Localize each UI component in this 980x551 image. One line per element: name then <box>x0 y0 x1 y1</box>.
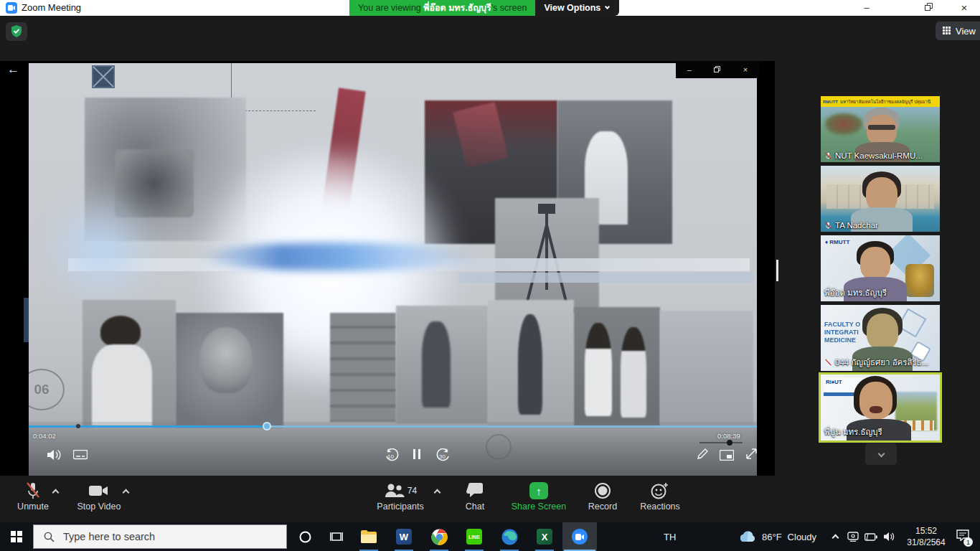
search-placeholder: Type here to search <box>63 531 155 542</box>
elapsed-time: 0:04:02 <box>33 432 56 440</box>
cortana-icon <box>299 531 311 543</box>
participant-name-label: TA Nadchar <box>821 220 882 230</box>
cloud-icon <box>739 531 756 542</box>
gold-emblem <box>905 264 934 297</box>
clock-time: 15:52 <box>903 525 950 537</box>
start-button[interactable] <box>0 522 33 551</box>
taskbar-clock[interactable]: 15:52 31/8/2564 <box>903 525 950 548</box>
language-indicator[interactable]: TH <box>664 522 676 551</box>
participants-icon: 74 <box>384 480 417 501</box>
participant-tile[interactable]: TA Nadchar <box>821 166 940 232</box>
zoom-icon <box>572 529 588 545</box>
chat-label: Chat <box>466 501 484 512</box>
chevron-down-icon <box>877 450 885 457</box>
tray-connect-button[interactable] <box>844 522 862 551</box>
record-icon <box>594 480 611 501</box>
action-center-button[interactable]: 1 <box>948 522 977 551</box>
close-button[interactable]: × <box>948 0 980 16</box>
stop-video-button[interactable]: Stop Video <box>72 480 126 512</box>
mini-volume-slider[interactable] <box>699 442 743 443</box>
participants-button[interactable]: 74 Participants <box>372 480 429 512</box>
scroll-nub[interactable] <box>776 260 778 281</box>
connect-icon <box>847 532 859 542</box>
video-collage-block <box>422 321 451 408</box>
shared-screen-stage: ← <box>0 61 775 476</box>
restore-button[interactable] <box>913 0 944 16</box>
shared-video-player: 06 0:04:02 0:08:39 10 <box>29 63 757 476</box>
windows-taskbar: Type here to search W LINE X <box>0 522 980 551</box>
glasses <box>868 125 895 130</box>
taskbar-app-word[interactable]: W <box>387 522 421 551</box>
view-button[interactable]: View <box>936 22 980 40</box>
campus-stadium <box>825 113 862 135</box>
player-close-button[interactable]: × <box>743 65 748 74</box>
taskbar-app-line[interactable]: LINE <box>457 522 491 551</box>
taskbar-app-edge[interactable] <box>492 522 527 551</box>
reactions-button[interactable]: Reactions <box>634 480 686 512</box>
taskbar-app-file-explorer[interactable] <box>352 522 386 551</box>
seek-handle[interactable] <box>263 422 271 430</box>
participant-tile[interactable]: FACULTY OINTEGRATIMEDICINE 044 กัญญ์ธศยา… <box>821 305 940 371</box>
participants-options-chevron[interactable] <box>434 489 441 496</box>
participant-face <box>859 382 892 419</box>
zoom-toolbar: Unmute Stop Video 74 Participants Chat ↑ <box>0 476 980 522</box>
share-screen-icon: ↑ <box>529 482 548 499</box>
edge-icon <box>501 529 518 545</box>
pen-annotate-icon[interactable] <box>696 448 709 463</box>
task-view-button[interactable] <box>320 522 353 551</box>
taskbar-app-zoom[interactable] <box>562 522 597 551</box>
zoom-meeting-window: Zoom Meeting – × You are viewing พี่อ๊อด… <box>0 0 980 551</box>
view-options-button[interactable]: View Options <box>535 0 619 16</box>
pause-button[interactable] <box>413 449 420 459</box>
volume-indicator[interactable] <box>880 522 900 551</box>
seek-bar[interactable] <box>29 425 757 428</box>
seek-progress <box>29 425 267 428</box>
participant-name-label: พี่อ๊อด มทร.ธัญบุรี <box>821 286 890 300</box>
minimize-button[interactable]: – <box>851 0 882 16</box>
stop-video-label: Stop Video <box>77 501 121 512</box>
mini-player-icon[interactable] <box>720 450 734 463</box>
view-button-label: View <box>956 26 976 37</box>
word-icon: W <box>396 529 412 545</box>
line-icon: LINE <box>466 529 482 545</box>
participants-label: Participants <box>377 501 423 512</box>
participant-tile-active-speaker[interactable]: Ri♦UT พี่ปูน มทร.ธัญบุรี <box>821 375 940 441</box>
video-collage-block <box>660 311 753 425</box>
video-collage-block <box>199 327 253 393</box>
player-restore-button[interactable] <box>714 65 720 74</box>
participant-face <box>867 115 897 145</box>
cortana-button[interactable] <box>288 522 321 551</box>
participants-scroll-down-button[interactable] <box>865 443 897 465</box>
battery-indicator[interactable] <box>861 522 881 551</box>
video-collage-block <box>518 314 542 415</box>
taskbar-search[interactable]: Type here to search <box>33 524 287 549</box>
taskbar-app-excel[interactable]: X <box>527 522 562 551</box>
weather-widget[interactable]: 86°F Cloudy <box>739 522 816 551</box>
back-arrow-icon[interactable]: ← <box>7 62 19 77</box>
rmutt-banner: RMUTTมหาวิทยาลัยเทคโนโลยีราชมงคลธัญบุรี … <box>821 96 940 107</box>
faculty-text: FACULTY OINTEGRATIMEDICINE <box>824 321 860 344</box>
participant-face <box>866 177 897 212</box>
reactions-smiley-icon <box>651 480 669 501</box>
unmute-button[interactable]: Unmute <box>9 480 57 512</box>
subtitles-icon[interactable] <box>73 450 88 463</box>
participant-tile[interactable]: ♦ RMUTT พี่อ๊อด มทร.ธัญบุรี <box>821 235 940 301</box>
share-screen-button[interactable]: ↑ Share Screen <box>507 480 571 512</box>
chat-button[interactable]: Chat <box>453 480 496 512</box>
security-button[interactable] <box>6 22 27 41</box>
player-minimize-button[interactable]: – <box>687 65 692 74</box>
viewing-text: You are viewing พี่อ๊อด มทร.ธัญบุรี's sc… <box>349 0 535 16</box>
chevron-down-icon <box>605 4 610 9</box>
clock-date: 31/8/2564 <box>903 537 950 548</box>
taskbar-app-chrome[interactable] <box>422 522 456 551</box>
unmute-label: Unmute <box>17 501 49 512</box>
participant-name-label: NUT Kaewsakul-RMU... <box>821 151 926 161</box>
reactions-label: Reactions <box>640 501 680 512</box>
record-label: Record <box>588 501 617 512</box>
participant-tile[interactable]: RMUTTมหาวิทยาลัยเทคโนโลยีราชมงคลธัญบุรี … <box>821 96 940 162</box>
volume-icon[interactable] <box>47 449 62 463</box>
fullscreen-icon[interactable] <box>745 448 757 463</box>
participant-face <box>860 247 890 280</box>
record-button[interactable]: Record <box>581 480 624 512</box>
video-collage-block <box>100 316 141 347</box>
